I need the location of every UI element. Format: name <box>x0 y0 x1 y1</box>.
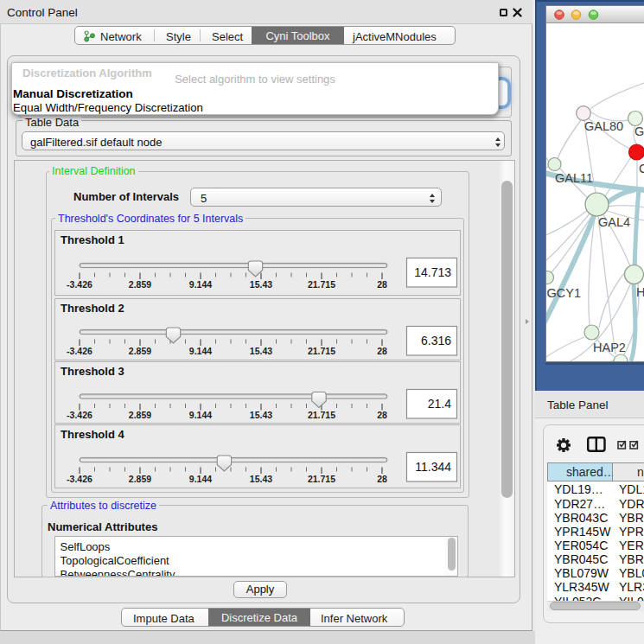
svg-text:28: 28 <box>377 410 387 420</box>
svg-text:14.713: 14.713 <box>414 265 451 279</box>
svg-text:-3.426: -3.426 <box>67 346 92 356</box>
svg-text:6.316: 6.316 <box>421 334 451 348</box>
svg-text:15.43: 15.43 <box>250 279 272 290</box>
svg-text:Threshold 1: Threshold 1 <box>61 233 124 246</box>
svg-text:-3.426: -3.426 <box>67 474 92 484</box>
svg-text:GAL80: GAL80 <box>584 119 623 133</box>
svg-text:9.144: 9.144 <box>189 279 212 290</box>
svg-text:Threshold 4: Threshold 4 <box>61 428 124 441</box>
svg-text:HAP2: HAP2 <box>593 341 626 354</box>
svg-text:Threshold 2: Threshold 2 <box>61 302 124 315</box>
svg-text:-3.426: -3.426 <box>67 410 92 420</box>
svg-text:21.715: 21.715 <box>308 410 335 420</box>
svg-text:11.344: 11.344 <box>415 460 451 474</box>
svg-text:21.715: 21.715 <box>308 474 335 484</box>
svg-text:28: 28 <box>377 279 387 290</box>
svg-text:21.715: 21.715 <box>308 346 335 356</box>
svg-text:15.43: 15.43 <box>250 346 272 356</box>
svg-text:GA: GA <box>634 124 644 138</box>
svg-text:GAL4: GAL4 <box>598 215 630 229</box>
svg-text:2.859: 2.859 <box>129 346 151 356</box>
svg-text:28: 28 <box>377 474 387 484</box>
svg-text:-3.426: -3.426 <box>67 279 92 290</box>
svg-text:15.43: 15.43 <box>250 474 272 484</box>
svg-text:21.715: 21.715 <box>308 279 335 290</box>
svg-text:Threshold 3: Threshold 3 <box>61 365 124 378</box>
svg-text:2.859: 2.859 <box>129 279 151 290</box>
svg-text:9.144: 9.144 <box>189 474 212 484</box>
svg-text:9.144: 9.144 <box>189 410 212 420</box>
svg-text:C: C <box>639 162 644 175</box>
svg-text:2.859: 2.859 <box>129 474 151 484</box>
svg-text:28: 28 <box>377 346 387 356</box>
svg-text:9.144: 9.144 <box>189 346 212 356</box>
svg-text:GAL11: GAL11 <box>555 171 593 185</box>
svg-text:2.859: 2.859 <box>129 410 151 420</box>
svg-text:15.43: 15.43 <box>250 410 272 420</box>
svg-text:GCY1: GCY1 <box>547 286 582 300</box>
svg-text:HA: HA <box>636 285 644 299</box>
svg-text:21.4: 21.4 <box>428 397 451 411</box>
